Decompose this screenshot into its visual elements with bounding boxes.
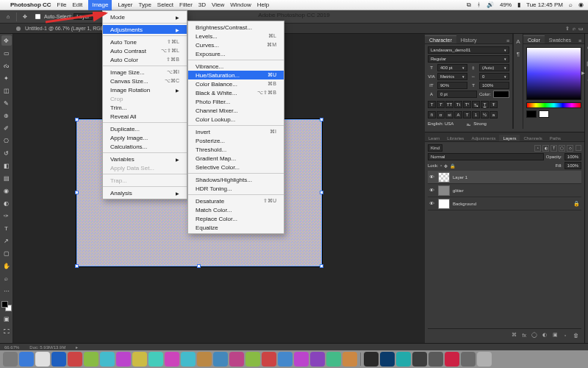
dock-app-icon[interactable] bbox=[477, 352, 492, 367]
document-tab[interactable]: Untitled-1 @ 66.7% (Layer 1, RGB/8) bbox=[25, 26, 110, 31]
mask-icon[interactable]: ◯ bbox=[531, 331, 538, 339]
dock-app-icon[interactable] bbox=[19, 352, 34, 367]
menu-view[interactable]: View bbox=[212, 1, 224, 8]
leading-field[interactable]: (Auto) bbox=[479, 64, 509, 71]
language-field[interactable]: English: USA bbox=[428, 121, 464, 127]
dock-app-icon[interactable] bbox=[245, 352, 260, 367]
menu-item[interactable]: Brightness/Contrast... bbox=[188, 23, 284, 32]
app-name[interactable]: Photoshop CC bbox=[10, 1, 51, 8]
layer-row[interactable]: 👁 Layer 1 bbox=[428, 171, 581, 184]
dock-app-icon[interactable] bbox=[68, 352, 82, 367]
menu-item[interactable]: Image Rotation bbox=[103, 85, 187, 94]
volume-icon[interactable]: 🔊 bbox=[487, 1, 494, 8]
tab-history[interactable]: History bbox=[456, 36, 481, 43]
transform-handle[interactable] bbox=[75, 264, 79, 268]
vscale-field[interactable]: 90% bbox=[437, 82, 467, 89]
dock-app-icon[interactable] bbox=[380, 352, 395, 367]
menu-item[interactable]: Vibrance... bbox=[188, 62, 284, 71]
pen-tool[interactable]: ✑ bbox=[1, 210, 12, 221]
zoom-tool[interactable]: ⌕ bbox=[1, 273, 12, 283]
superscript-button[interactable]: T¹ bbox=[463, 101, 471, 108]
dock-app-icon[interactable] bbox=[429, 352, 443, 367]
hue-slider[interactable] bbox=[526, 102, 581, 108]
tab-color[interactable]: Color bbox=[523, 35, 545, 43]
menu-item[interactable]: Calculations... bbox=[103, 142, 187, 151]
path-tool[interactable]: ↗ bbox=[1, 236, 12, 246]
menu-item[interactable]: HDR Toning... bbox=[188, 184, 284, 193]
dock-app-icon[interactable] bbox=[343, 352, 357, 367]
menu-item[interactable]: Curves...⌘M bbox=[188, 40, 284, 49]
dock-app-icon[interactable] bbox=[132, 352, 147, 367]
auto-select-control[interactable]: Auto-Select: Layer bbox=[33, 12, 93, 21]
menu-window[interactable]: Window bbox=[230, 1, 251, 8]
kerning-field[interactable]: Metrics bbox=[437, 73, 467, 80]
menu-item[interactable]: Replace Color... bbox=[188, 214, 284, 223]
color-swatch[interactable] bbox=[1, 301, 12, 311]
quickmask-tool[interactable]: ▣ bbox=[1, 314, 12, 324]
menu-item[interactable]: Threshold... bbox=[188, 145, 284, 154]
gradient-tool[interactable]: ▤ bbox=[1, 173, 12, 183]
menu-item[interactable]: Apply Image... bbox=[103, 133, 187, 142]
lock-pixels-icon[interactable]: ▫ bbox=[440, 163, 442, 168]
font-family-field[interactable]: Landasans_demo01 bbox=[428, 46, 509, 54]
stamp-tool[interactable]: ⎔ bbox=[1, 135, 12, 146]
transform-handle[interactable] bbox=[320, 118, 323, 121]
home-icon[interactable]: ⌂ bbox=[4, 13, 12, 21]
menu-image[interactable]: Image bbox=[88, 0, 112, 10]
dock-app-icon[interactable] bbox=[51, 352, 66, 367]
menu-item[interactable]: Invert⌘I bbox=[188, 127, 284, 136]
edit-toolbar[interactable]: ⋯ bbox=[1, 286, 12, 296]
menu-item[interactable]: Variables bbox=[103, 155, 187, 163]
dock-app-icon[interactable] bbox=[294, 352, 309, 367]
dock-app-icon[interactable] bbox=[3, 352, 18, 367]
menu-item[interactable]: Equalize bbox=[188, 223, 284, 232]
subscript-button[interactable]: T₁ bbox=[472, 101, 480, 108]
smallcaps-button[interactable]: Tt bbox=[454, 101, 462, 108]
paragraph-panel-icon[interactable]: ¶ bbox=[517, 51, 520, 57]
menu-item[interactable]: Reveal All bbox=[103, 112, 187, 121]
doc-size-readout[interactable]: Doc: 5.93M/13.9M bbox=[29, 345, 65, 350]
menu-layer[interactable]: Layer bbox=[118, 1, 132, 8]
lasso-tool[interactable]: ᔔ bbox=[1, 60, 12, 71]
fx-icon[interactable]: fx bbox=[520, 331, 528, 339]
brushes-panel-icon[interactable]: ✐ bbox=[585, 75, 588, 84]
layer-name[interactable]: Layer 1 bbox=[453, 175, 467, 180]
dock-app-icon[interactable] bbox=[445, 352, 459, 367]
wand-tool[interactable]: ✦ bbox=[1, 73, 12, 83]
bg-color-swatch[interactable] bbox=[539, 110, 549, 118]
menu-filter[interactable]: Filter bbox=[179, 1, 193, 8]
dock-app-icon[interactable] bbox=[364, 352, 379, 367]
fg-color-swatch[interactable] bbox=[526, 110, 537, 118]
menu-item[interactable]: Mode bbox=[103, 13, 187, 21]
layer-thumbnail[interactable] bbox=[438, 185, 450, 196]
status-arrow-icon[interactable]: ▸ bbox=[76, 344, 78, 350]
eraser-tool[interactable]: ◧ bbox=[1, 160, 12, 171]
tab-learn[interactable]: Learn bbox=[425, 135, 443, 141]
layer-filter-kind[interactable]: Kind bbox=[428, 144, 442, 152]
type-tool[interactable]: T bbox=[1, 223, 12, 233]
share-icon[interactable]: ⇪ bbox=[565, 26, 570, 32]
layer-name[interactable]: Background bbox=[453, 202, 476, 206]
visibility-icon[interactable]: 👁 bbox=[429, 188, 435, 193]
allcaps-button[interactable]: TT bbox=[445, 101, 453, 108]
dock-app-icon[interactable] bbox=[116, 352, 131, 367]
tab-layers[interactable]: Layers bbox=[499, 135, 520, 141]
menu-item[interactable]: Desaturate⇧⌘U bbox=[188, 197, 284, 205]
menu-item[interactable]: Levels...⌘L bbox=[188, 32, 284, 40]
dock-app-icon[interactable] bbox=[100, 352, 115, 367]
marquee-tool[interactable]: ▭ bbox=[1, 48, 12, 58]
brush-tool[interactable]: ✐ bbox=[1, 123, 12, 133]
battery-icon[interactable]: ▮ bbox=[517, 1, 520, 8]
menu-edit[interactable]: Edit bbox=[72, 1, 82, 8]
shape-tool[interactable]: ▢ bbox=[1, 248, 12, 258]
dock-app-icon[interactable] bbox=[278, 352, 293, 367]
layer-row[interactable]: 👁 Background 🔒 bbox=[428, 197, 581, 210]
menu-item[interactable]: Photo Filter... bbox=[188, 97, 284, 106]
menu-item[interactable]: Exposure... bbox=[188, 49, 284, 58]
delete-layer-icon[interactable]: 🗑 bbox=[572, 331, 579, 339]
panel-menu-icon[interactable]: ≡ bbox=[503, 38, 512, 43]
tracking-field[interactable]: 0 bbox=[479, 73, 509, 80]
move-tool[interactable]: ✥ bbox=[1, 35, 12, 46]
hand-tool[interactable]: ✋ bbox=[1, 261, 12, 271]
blend-mode-field[interactable]: Normal bbox=[428, 153, 544, 160]
